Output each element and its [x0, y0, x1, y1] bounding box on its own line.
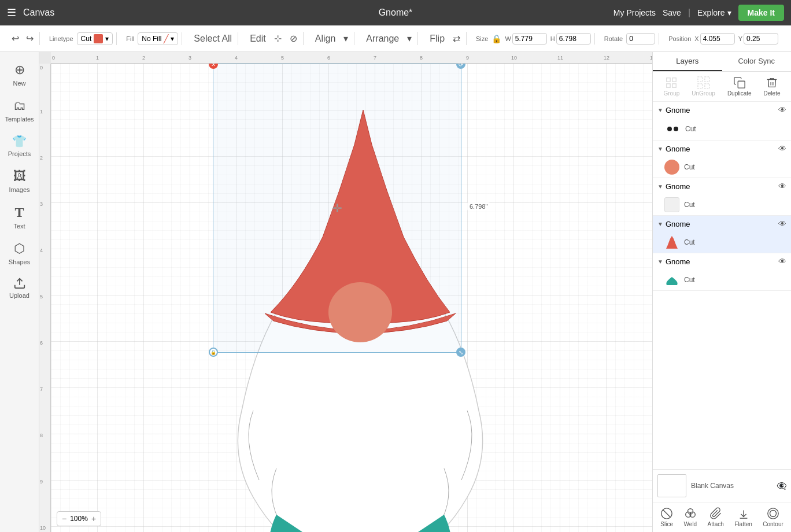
text-icon: T	[14, 205, 24, 220]
visibility-icon-2[interactable]: 👁	[778, 144, 786, 153]
layer-group-5: ▼ Gnome 👁 Cut	[653, 253, 791, 291]
redo-button[interactable]: ↪	[24, 32, 36, 45]
layer-group-header-3[interactable]: ▼ Gnome 👁	[653, 178, 791, 194]
layer-cut-label-2: Cut	[684, 163, 695, 171]
make-it-button[interactable]: Make It	[738, 5, 784, 21]
select-all-button[interactable]: Select All	[191, 32, 234, 45]
layer-group-name-3: Gnome	[666, 182, 778, 191]
sidebar-item-projects[interactable]: 👕 Projects	[2, 130, 37, 162]
toolbar: ↩ ↪ Linetype Cut ▾ Fill No Fill ╱ ▾ Sele…	[0, 25, 791, 52]
ungroup-icon	[697, 76, 710, 89]
flip-options-button[interactable]: ⇄	[450, 32, 463, 45]
svg-rect-10	[738, 81, 745, 88]
y-label: Y	[738, 35, 742, 42]
zoom-out-button[interactable]: −	[62, 514, 66, 523]
tab-layers[interactable]: Layers	[653, 52, 722, 71]
x-input[interactable]	[700, 33, 735, 45]
arrange-button[interactable]: Arrange	[364, 32, 401, 45]
layer-group-header-5[interactable]: ▼ Gnome 👁	[653, 253, 791, 269]
layer-group-4: ▼ Gnome 👁 Cut	[653, 216, 791, 253]
flip-button[interactable]: Flip	[427, 32, 447, 45]
my-projects-link[interactable]: My Projects	[613, 8, 656, 17]
layer-group-header-4[interactable]: ▼ Gnome 👁	[653, 216, 791, 232]
layer-item-4[interactable]: Cut	[653, 232, 791, 253]
plus-icon: ⊕	[14, 62, 25, 77]
visibility-icon-4[interactable]: 👁	[778, 219, 786, 228]
contour-tool[interactable]: Contour	[763, 507, 783, 527]
undo-button[interactable]: ↩	[9, 32, 21, 45]
edit-more-button[interactable]: ⊘	[287, 32, 300, 45]
bottom-right-handle[interactable]: ⤡	[456, 348, 465, 357]
flatten-tool[interactable]: Flatten	[734, 507, 752, 527]
svg-rect-8	[697, 84, 702, 88]
sidebar-item-text[interactable]: T Text	[2, 200, 37, 234]
preview-eye-icon[interactable]: 👁‍🗨	[777, 481, 786, 490]
undo-redo-group: ↩ ↪	[6, 32, 40, 45]
align-button[interactable]: Align	[313, 32, 338, 45]
save-button[interactable]: Save	[663, 8, 681, 17]
canvas-area[interactable]: 0 1 2 3 4 5 6 7 8 9 10 11 12 13 14 0 1 2…	[39, 52, 652, 532]
lock-icon[interactable]: 🔒	[491, 34, 501, 43]
menu-icon[interactable]: ☰	[7, 6, 16, 19]
flip-group: Flip ⇄	[424, 32, 467, 45]
zoom-in-button[interactable]: +	[91, 514, 96, 523]
align-options-button[interactable]: ▾	[341, 32, 350, 45]
weld-icon	[684, 507, 697, 520]
group-action[interactable]: Group	[664, 76, 680, 97]
templates-icon: 🗂	[13, 98, 26, 113]
height-input[interactable]	[556, 33, 591, 45]
layer-item-5[interactable]: Cut	[653, 269, 791, 290]
width-input[interactable]	[512, 33, 547, 45]
layer-group-header-2[interactable]: ▼ Gnome 👁	[653, 141, 791, 157]
ruler-horizontal: 0 1 2 3 4 5 6 7 8 9 10 11 12 13 14	[51, 52, 652, 64]
weld-tool[interactable]: Weld	[684, 507, 697, 527]
layer-group-name-2: Gnome	[666, 145, 778, 153]
visibility-icon-5[interactable]: 👁	[778, 257, 786, 266]
layer-item-3[interactable]: Cut	[653, 194, 791, 215]
arrange-options-button[interactable]: ▾	[405, 32, 414, 45]
svg-rect-5	[672, 84, 676, 87]
topbar: ☰ Canvas Gnome* My Projects Save | Explo…	[0, 0, 791, 25]
delete-action[interactable]: Delete	[764, 76, 781, 97]
linetype-group: Linetype Cut ▾	[46, 32, 117, 45]
projects-icon: 👕	[12, 134, 27, 148]
layer-group-header-1[interactable]: ▼ Gnome 👁	[653, 102, 791, 118]
slice-tool[interactable]: Slice	[660, 507, 673, 527]
linetype-label: Linetype	[49, 35, 73, 42]
sidebar-item-new[interactable]: ⊕ New	[2, 58, 37, 91]
canvas-preview-label: Blank Canvas	[691, 482, 734, 490]
sidebar-item-images[interactable]: 🖼 Images	[2, 164, 37, 198]
sidebar-item-shapes[interactable]: ⬡ Shapes	[2, 237, 37, 270]
chevron-down-icon: ▾	[171, 35, 174, 43]
visibility-icon-3[interactable]: 👁	[778, 182, 786, 191]
edit-button[interactable]: Edit	[247, 32, 268, 45]
slice-icon	[660, 507, 673, 520]
sidebar-item-upload[interactable]: Upload	[2, 272, 37, 304]
ungroup-action[interactable]: UnGroup	[692, 76, 715, 97]
duplicate-action[interactable]: Duplicate	[727, 76, 752, 97]
arrange-group: Arrange ▾	[360, 32, 418, 45]
selection-box[interactable]: ✕ ⟳ 🔒 ⤡ ✛	[213, 64, 461, 353]
shapes-icon: ⬡	[14, 241, 25, 256]
sidebar-item-templates[interactable]: 🗂 Templates	[2, 94, 37, 127]
layer-group-name-5: Gnome	[666, 257, 778, 266]
y-input[interactable]	[744, 33, 778, 45]
visibility-icon-1[interactable]: 👁	[778, 105, 786, 114]
linetype-select[interactable]: Cut ▾	[77, 32, 113, 45]
layer-item-2[interactable]: Cut	[653, 157, 791, 178]
x-label: X	[694, 35, 698, 42]
position-label: Position	[668, 35, 691, 42]
fill-group: Fill No Fill ╱ ▾	[123, 32, 182, 45]
bottom-left-handle[interactable]: 🔒	[209, 348, 218, 357]
layer-item-1[interactable]: Cut	[653, 118, 791, 140]
tab-color-sync[interactable]: Color Sync	[722, 52, 792, 71]
dimension-label: 6.798"	[467, 202, 490, 210]
fill-select[interactable]: No Fill ╱ ▾	[138, 32, 178, 45]
canvas-content[interactable]: ✕ ⟳ 🔒 ⤡ ✛ 6.798"	[51, 64, 652, 532]
svg-rect-2	[667, 78, 670, 82]
left-sidebar: ⊕ New 🗂 Templates 👕 Projects 🖼 Images T …	[0, 52, 39, 532]
explore-button[interactable]: Explore ▾	[697, 8, 731, 17]
edit-nodes-button[interactable]: ⊹	[272, 32, 284, 45]
attach-tool[interactable]: Attach	[708, 507, 724, 527]
rotate-input[interactable]	[626, 33, 655, 45]
